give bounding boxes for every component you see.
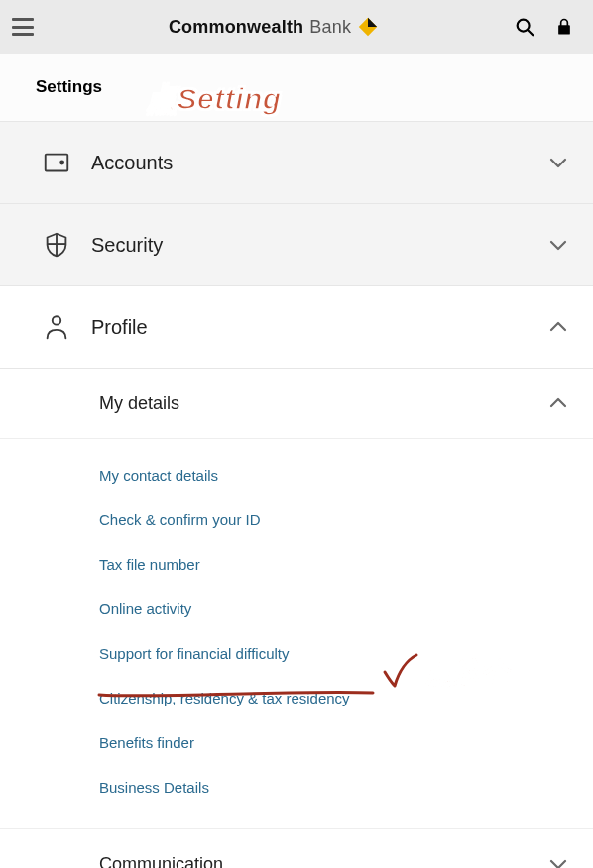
section-profile[interactable]: Profile: [0, 286, 593, 369]
chevron-down-icon: [545, 150, 571, 175]
security-label: Security: [91, 234, 545, 257]
chevron-down-icon: [545, 851, 571, 868]
link-benefits-finder[interactable]: Benefits finder: [99, 720, 194, 765]
svg-marker-1: [368, 18, 377, 27]
lock-icon[interactable]: [553, 16, 575, 38]
header-right: [514, 16, 575, 38]
section-accounts[interactable]: Accounts: [0, 122, 593, 204]
search-icon[interactable]: [514, 16, 535, 38]
svg-point-5: [60, 162, 63, 164]
settings-label: Settings: [36, 77, 102, 96]
chevron-up-icon: [545, 314, 571, 340]
link-online-activity[interactable]: Online activity: [99, 587, 191, 631]
sub-my-details[interactable]: My details: [0, 369, 593, 439]
link-business-details[interactable]: Business Details: [99, 765, 209, 810]
link-support-financial-difficulty[interactable]: Support for financial difficulty: [99, 631, 290, 676]
communication-label: Communication: [99, 854, 545, 869]
header: CommonwealthBank: [0, 0, 593, 54]
svg-line-3: [528, 30, 533, 35]
section-security[interactable]: Security: [0, 204, 593, 286]
brand-name-thin: Bank: [309, 17, 351, 38]
page-title: Settings: [0, 54, 593, 122]
accounts-label: Accounts: [91, 152, 545, 174]
link-check-confirm-id[interactable]: Check & confirm your ID: [99, 497, 261, 542]
person-icon: [42, 312, 71, 342]
shield-icon: [42, 230, 71, 260]
chevron-down-icon: [545, 232, 571, 258]
svg-point-8: [53, 316, 60, 324]
link-citizenship-residency-tax[interactable]: Citizenship, residency & tax residency: [99, 676, 350, 720]
chevron-up-icon: [545, 390, 571, 416]
header-left: [12, 18, 34, 36]
link-my-contact-details[interactable]: My contact details: [99, 453, 218, 497]
diamond-icon: [357, 16, 379, 38]
my-details-label: My details: [99, 393, 545, 414]
sub-communication[interactable]: Communication: [0, 829, 593, 868]
brand-name-bold: Commonwealth: [169, 17, 303, 38]
link-tax-file-number[interactable]: Tax file number: [99, 542, 200, 587]
my-details-links: My contact details Check & confirm your …: [0, 439, 593, 823]
brand-logo[interactable]: CommonwealthBank: [169, 16, 379, 38]
menu-icon[interactable]: [12, 18, 34, 36]
wallet-icon: [42, 148, 71, 177]
profile-label: Profile: [91, 316, 545, 339]
